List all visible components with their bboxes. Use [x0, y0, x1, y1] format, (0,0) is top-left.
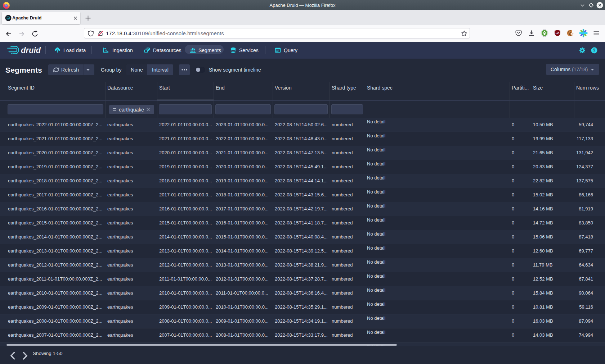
table-row[interactable]: earthquakes_2014-01-01T00:00:00.000Z_2..… [0, 230, 605, 244]
browser-tab[interactable]: Apache Druid [2, 12, 80, 24]
cell-num_rows[interactable]: 137,575 [560, 174, 593, 188]
cell-version[interactable]: 2022-08-15T14:45:49.1... [275, 160, 328, 174]
cell-version[interactable]: 2022-08-15T14:35:29.1... [275, 300, 328, 314]
cell-end[interactable]: 2014-01-01T00:00:00.0... [216, 244, 271, 258]
table-row[interactable]: earthquakes_2013-01-01T00:00:00.000Z_2..… [0, 244, 605, 258]
cell-shard_spec[interactable]: No detail [367, 328, 508, 342]
cell-shard_type[interactable]: numbered [332, 230, 363, 244]
reload-button[interactable] [31, 29, 39, 38]
cell-end[interactable]: 2019-01-01T00:00:00.0... [216, 174, 271, 188]
cell-start[interactable]: 2017-01-01T00:00:00.0... [159, 188, 212, 202]
cell-datasource[interactable]: earthquakes [107, 230, 155, 244]
nav-item-query[interactable]: Query [284, 42, 297, 59]
cell-end[interactable]: 2011-01-01T00:00:00.0... [216, 286, 271, 300]
cell-partition[interactable]: 0 [512, 258, 529, 272]
cell-version[interactable]: 2022-08-15T14:41:18.7... [275, 216, 328, 230]
cell-partition[interactable]: 0 [512, 244, 529, 258]
cell-partition[interactable]: 0 [512, 132, 529, 146]
column-header-shard_spec[interactable]: Shard spec [367, 85, 507, 91]
column-header-start[interactable]: Start [159, 85, 211, 91]
table-row[interactable]: earthquakes_2012-01-01T00:00:00.000Z_2..… [0, 258, 605, 272]
cell-segment_id[interactable]: earthquakes_2018-01-01T00:00:00.000Z_2..… [8, 174, 103, 188]
cell-shard_spec[interactable]: No detail [367, 132, 508, 146]
cell-end[interactable]: 2021-01-01T00:00:00.0... [216, 146, 271, 160]
cell-shard_type[interactable]: numbered [332, 272, 363, 286]
cell-start[interactable]: 2016-01-01T00:00:00.0... [159, 202, 212, 216]
nav-item-ingestion[interactable]: Ingestion [112, 42, 133, 59]
cell-segment_id[interactable]: earthquakes_2014-01-01T00:00:00.000Z_2..… [8, 230, 103, 244]
filter-input-start[interactable] [159, 104, 212, 114]
cell-version[interactable]: 2022-08-15T14:50:02.6... [275, 118, 328, 132]
cell-datasource[interactable]: earthquakes [107, 328, 155, 342]
cell-num_rows[interactable]: 81,919 [560, 202, 593, 216]
cell-shard_type[interactable]: numbered [332, 146, 363, 160]
cell-shard_spec[interactable]: No detail [367, 146, 508, 160]
cell-partition[interactable]: 0 [512, 272, 529, 286]
cell-partition[interactable]: 0 [512, 160, 529, 174]
cell-num_rows[interactable]: 74,994 [560, 328, 593, 342]
bookmark-star-icon[interactable] [461, 30, 467, 37]
next-page-button[interactable] [19, 351, 30, 360]
table-row[interactable]: earthquakes_2008-01-01T00:00:00.000Z_2..… [0, 314, 605, 328]
cell-start[interactable]: 2015-01-01T00:00:00.0... [159, 216, 212, 230]
cell-segment_id[interactable]: earthquakes_2015-01-01T00:00:00.000Z_2..… [8, 216, 103, 230]
table-row[interactable]: earthquakes_2010-01-01T00:00:00.000Z_2..… [0, 286, 605, 300]
cell-segment_id[interactable]: earthquakes_2020-01-01T00:00:00.000Z_2..… [8, 146, 103, 160]
cell-shard_spec[interactable]: No detail [367, 160, 508, 174]
cell-start[interactable]: 2010-01-01T00:00:00.0... [159, 286, 212, 300]
cell-start[interactable]: 2018-01-01T00:00:00.0... [159, 174, 212, 188]
maximize-button[interactable] [588, 2, 595, 9]
timeline-toggle[interactable] [195, 67, 205, 73]
url-bar[interactable]: 172.18.0.4:30109/unified-console.html#se… [84, 28, 470, 38]
cell-shard_spec[interactable]: No detail [367, 244, 508, 258]
column-header-shard_type[interactable]: Shard type [332, 85, 363, 91]
settings-gear-icon[interactable] [579, 47, 586, 54]
cookie-extension-icon[interactable] [565, 27, 576, 39]
column-header-segment_id[interactable]: Segment ID [8, 85, 103, 91]
cell-shard_type[interactable]: numbered [332, 188, 363, 202]
cell-datasource[interactable]: earthquakes [107, 216, 155, 230]
cell-partition[interactable]: 0 [512, 328, 529, 342]
cell-segment_id[interactable]: earthquakes_2010-01-01T00:00:00.000Z_2..… [8, 286, 103, 300]
column-header-size[interactable]: Size [533, 85, 572, 91]
cell-datasource[interactable]: earthquakes [107, 118, 155, 132]
cell-start[interactable]: 2008-01-01T00:00:00.0... [159, 314, 212, 328]
table-row[interactable]: earthquakes_2018-01-01T00:00:00.000Z_2..… [0, 174, 605, 188]
brand-wordmark[interactable]: druid [21, 42, 41, 59]
column-header-version[interactable]: Version [275, 85, 327, 91]
cell-end[interactable]: 2008-01-01T00:00:00.0... [216, 328, 271, 342]
cell-datasource[interactable]: earthquakes [107, 146, 155, 160]
cell-shard_type[interactable]: numbered [332, 118, 363, 132]
cell-segment_id[interactable]: earthquakes_2019-01-01T00:00:00.000Z_2..… [8, 160, 103, 174]
more-options-button[interactable] [179, 64, 190, 75]
prev-page-button[interactable] [8, 351, 19, 360]
cell-partition[interactable]: 0 [512, 342, 529, 346]
nav-item-load-data[interactable]: Load data [63, 42, 86, 59]
cell-partition[interactable]: 0 [512, 146, 529, 160]
cell-partition[interactable]: 0 [512, 216, 529, 230]
horizontal-scrollbar[interactable] [6, 344, 397, 346]
tab-close-icon[interactable] [73, 16, 77, 20]
filter-input-shard_type[interactable] [331, 104, 363, 114]
cell-version[interactable]: 2022-08-15T14:38:21.9... [275, 258, 328, 272]
ublock-origin-icon[interactable]: uO [552, 27, 563, 39]
cell-datasource[interactable]: earthquakes [107, 174, 155, 188]
cell-shard_spec[interactable]: No detail [367, 286, 508, 300]
cell-segment_id[interactable]: earthquakes_2016-01-01T00:00:00.000Z_2..… [8, 202, 103, 216]
cell-version[interactable]: 2022-08-15T14:43:15.6... [275, 188, 328, 202]
cell-shard_type[interactable]: numbered [332, 286, 363, 300]
cell-shard_type[interactable]: numbered [332, 258, 363, 272]
cell-shard_type[interactable]: numbered [332, 216, 363, 230]
cell-segment_id[interactable]: earthquakes_2008-01-01T00:00:00.000Z_2..… [8, 314, 103, 328]
cell-shard_type[interactable]: numbered [332, 132, 363, 146]
cell-num_rows[interactable]: 67,841 [560, 272, 593, 286]
cell-num_rows[interactable]: 87,094 [560, 314, 593, 328]
cell-segment_id[interactable]: earthquakes_2021-01-01T00:00:00.000Z_2..… [8, 132, 103, 146]
minimize-button[interactable] [579, 2, 586, 9]
cell-end[interactable]: 2018-01-01T00:00:00.0... [216, 188, 271, 202]
cell-datasource[interactable]: earthquakes [107, 188, 155, 202]
cell-shard_type[interactable]: numbered [332, 300, 363, 314]
tracking-shield-icon[interactable] [88, 30, 94, 37]
cell-shard_spec[interactable]: No detail [367, 258, 508, 272]
cell-start[interactable]: 2019-01-01T00:00:00.0... [159, 160, 212, 174]
